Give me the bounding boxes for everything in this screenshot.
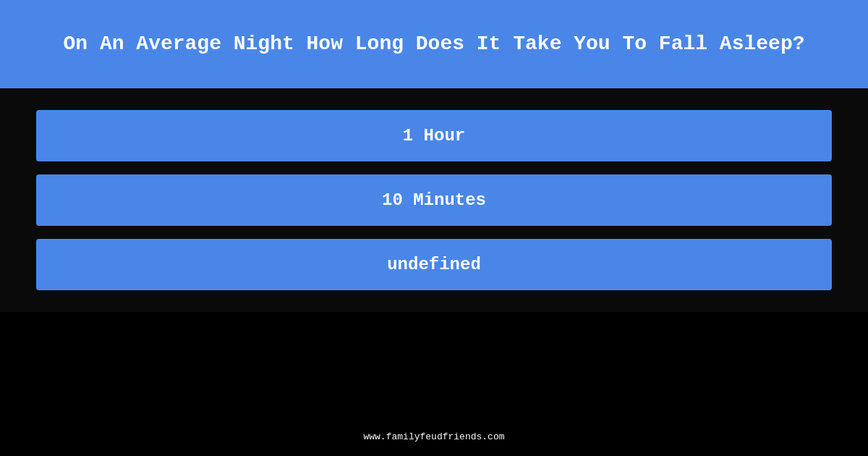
answers-container: 1 Hour 10 Minutes undefined (0, 88, 868, 312)
answer-label-1: 1 Hour (403, 126, 465, 145)
footer-url: www.familyfeudfriends.com (363, 431, 504, 442)
answer-label-3: undefined (387, 255, 481, 274)
question-title: On An Average Night How Long Does It Tak… (64, 31, 805, 57)
header: On An Average Night How Long Does It Tak… (0, 0, 868, 88)
answer-button-2[interactable]: 10 Minutes (36, 174, 832, 226)
answer-button-3[interactable]: undefined (36, 239, 832, 290)
answer-label-2: 10 Minutes (382, 190, 486, 210)
answer-button-1[interactable]: 1 Hour (36, 110, 832, 161)
footer: www.familyfeudfriends.com (0, 430, 868, 443)
